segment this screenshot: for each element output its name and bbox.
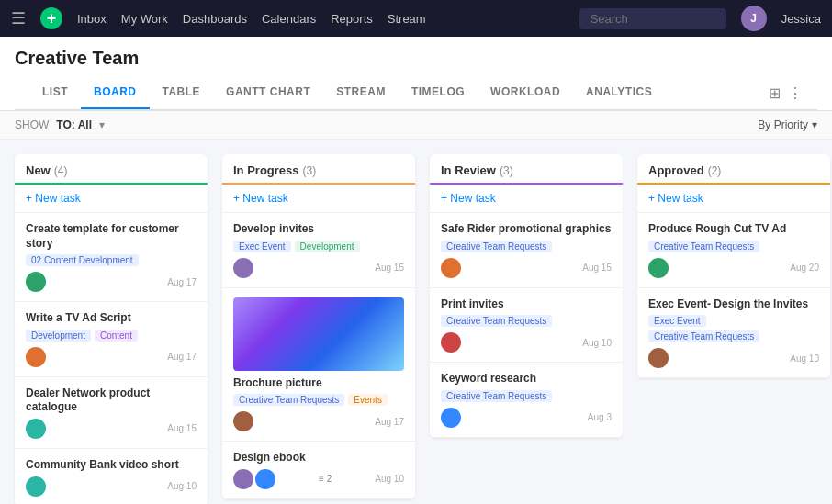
card-tags: 02 Content Development	[26, 254, 197, 266]
card-tag: Development	[295, 241, 360, 252]
new-task-button-in_review[interactable]: + New task	[430, 185, 623, 213]
card-tags: Exec EventCreative Team Requests	[648, 315, 819, 342]
page-header: Creative Team LISTBOARDTABLEGANTT CHARTS…	[0, 37, 832, 111]
card-footer: Aug 10	[648, 348, 819, 368]
card-title: Produce Rough Cut TV Ad	[648, 222, 819, 237]
card-tags: Exec EventDevelopment	[233, 241, 404, 252]
tab-table[interactable]: TABLE	[150, 76, 214, 109]
column-count: (3)	[303, 164, 317, 177]
nav-links: InboxMy WorkDashboardsCalendarsReportsSt…	[77, 12, 426, 26]
page-title: Creative Team	[15, 48, 817, 76]
card-avatar	[648, 258, 669, 278]
card-c8[interactable]: Safe Rider promotional graphicsCreative …	[430, 213, 623, 288]
new-task-button-approved[interactable]: + New task	[637, 185, 830, 213]
nav-link-stream[interactable]: Stream	[388, 12, 426, 26]
sort-button[interactable]: By Priority ▾	[758, 118, 817, 131]
card-avatar	[233, 469, 253, 489]
new-task-button-new[interactable]: + New task	[15, 185, 208, 213]
tab-workload[interactable]: WORKLOAD	[478, 76, 573, 109]
card-title: Brochure picture	[233, 376, 404, 391]
card-avatar	[233, 411, 253, 431]
card-title: Keyword research	[441, 372, 612, 386]
tab-analytics[interactable]: ANALYTICS	[573, 76, 665, 109]
card-title: Exec Event- Design the Invites	[648, 297, 819, 312]
card-c5[interactable]: Develop invitesExec EventDevelopmentAug …	[222, 213, 415, 288]
add-button[interactable]: +	[40, 7, 62, 29]
column-title: New	[26, 163, 51, 177]
card-date: Aug 15	[375, 263, 404, 273]
card-footer: Aug 10	[26, 476, 197, 497]
card-avatar	[26, 476, 46, 497]
username-label: Jessica	[781, 12, 821, 26]
column-title: Approved	[648, 163, 704, 177]
new-task-button-in_progress[interactable]: + New task	[222, 185, 415, 213]
column-in_progress: In Progress(3)+ New taskDevelop invitesE…	[222, 154, 415, 499]
card-date: Aug 10	[167, 481, 197, 491]
hamburger-icon[interactable]: ☰	[11, 8, 26, 28]
sort-label: By Priority	[758, 118, 808, 131]
view-toggle-icon[interactable]: ⊞	[769, 84, 781, 102]
tab-gantt[interactable]: GANTT CHART	[213, 76, 323, 109]
card-date: Aug 3	[588, 412, 612, 422]
nav-link-calendars[interactable]: Calendars	[262, 12, 316, 26]
card-tag: Creative Team Requests	[441, 390, 552, 402]
more-options-icon[interactable]: ⋮	[788, 84, 803, 102]
top-nav: ☰ + InboxMy WorkDashboardsCalendarsRepor…	[0, 0, 832, 37]
card-c9[interactable]: Print invitesCreative Team RequestsAug 1…	[430, 288, 623, 364]
filter-value[interactable]: TO: All	[56, 118, 92, 131]
card-footer: Aug 17	[26, 347, 197, 367]
card-avatar	[441, 258, 461, 278]
tab-timelog[interactable]: TIMELOG	[399, 76, 478, 109]
card-title: Design ebook	[233, 451, 404, 465]
card-tag: Creative Team Requests	[441, 315, 552, 327]
card-title: Dealer Network product catalogue	[26, 386, 197, 415]
nav-link-inbox[interactable]: Inbox	[77, 12, 107, 26]
tab-stream[interactable]: STREAM	[323, 76, 399, 109]
card-c2[interactable]: Write a TV Ad ScriptDevelopmentContentAu…	[15, 302, 208, 377]
card-footer: Aug 10	[441, 332, 612, 353]
card-c10[interactable]: Keyword researchCreative Team RequestsAu…	[430, 363, 623, 438]
nav-link-my-work[interactable]: My Work	[121, 12, 168, 26]
card-footer: Aug 3	[441, 408, 612, 428]
card-tag: Events	[348, 394, 388, 406]
column-count: (2)	[708, 164, 722, 177]
card-tags: Creative Team Requests	[648, 241, 819, 252]
nav-link-dashboards[interactable]: Dashboards	[183, 12, 247, 26]
card-date: Aug 10	[790, 353, 819, 364]
tab-board[interactable]: BOARD	[81, 76, 150, 109]
column-title: In Review	[441, 163, 496, 177]
column-approved: Approved(2)+ New taskProduce Rough Cut T…	[637, 154, 830, 378]
board: New(4)+ New taskCreate template for cust…	[0, 140, 832, 504]
card-c12[interactable]: Exec Event- Design the InvitesExec Event…	[637, 288, 830, 379]
filter-icon[interactable]: ▾	[99, 118, 105, 131]
card-c11[interactable]: Produce Rough Cut TV AdCreative Team Req…	[637, 213, 830, 288]
card-avatar	[233, 258, 253, 278]
tab-list[interactable]: LIST	[29, 76, 81, 109]
sort-chevron-icon: ▾	[812, 118, 817, 131]
card-tag: 02 Content Development	[26, 254, 139, 266]
card-title: Develop invites	[233, 222, 404, 237]
card-footer: Aug 15	[441, 258, 612, 278]
card-tags: Creative Team Requests	[441, 241, 612, 252]
card-tag: Creative Team Requests	[648, 330, 759, 342]
card-title: Community Bank video short	[26, 458, 197, 473]
tab-extra-icons[interactable]: ⊞ ⋮	[769, 84, 803, 102]
card-date: Aug 17	[375, 417, 404, 427]
nav-link-reports[interactable]: Reports	[331, 12, 373, 26]
tab-bar: LISTBOARDTABLEGANTT CHARTSTREAMTIMELOGWO…	[15, 76, 817, 110]
card-footer: ≡ 2Aug 10	[233, 469, 404, 489]
column-new: New(4)+ New taskCreate template for cust…	[15, 154, 208, 504]
avatar[interactable]: J	[741, 6, 767, 31]
card-tag: Creative Team Requests	[233, 394, 344, 406]
card-c7[interactable]: Design ebook≡ 2Aug 10	[222, 442, 415, 499]
card-date: Aug 10	[375, 474, 404, 484]
card-c1[interactable]: Create template for customer story02 Con…	[15, 213, 208, 302]
card-footer: Aug 17	[233, 411, 404, 431]
card-avatar	[26, 419, 46, 439]
card-tag: Development	[26, 330, 91, 342]
card-c4[interactable]: Community Bank video shortAug 10	[15, 449, 208, 504]
card-c3[interactable]: Dealer Network product catalogueAug 15	[15, 377, 208, 449]
card-c6[interactable]: Brochure pictureCreative Team RequestsEv…	[222, 288, 415, 442]
search-input[interactable]	[579, 8, 726, 29]
card-footer: Aug 15	[233, 258, 404, 278]
